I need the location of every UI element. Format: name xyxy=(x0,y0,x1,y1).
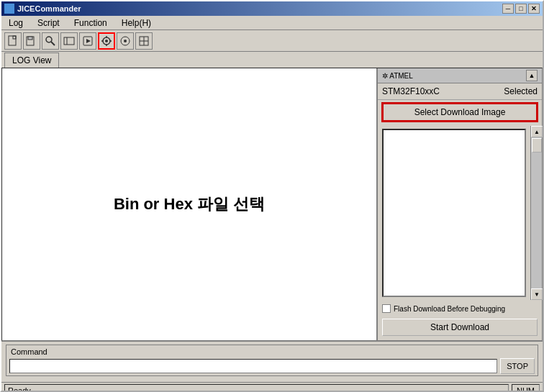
device-row: STM32F10xxC Selected xyxy=(378,83,542,100)
command-input[interactable] xyxy=(9,359,497,373)
svg-line-5 xyxy=(51,42,55,45)
tab-bar: LOG View xyxy=(1,52,543,68)
menu-help[interactable]: Help(H) xyxy=(117,17,155,29)
toolbar-btn-3[interactable] xyxy=(42,32,59,50)
status-bar: Ready NUM xyxy=(1,382,543,392)
flash-checkbox-row: Flash Download Before Debugging xyxy=(378,301,542,316)
command-group: Command STOP xyxy=(6,345,538,376)
minimize-button[interactable]: ─ xyxy=(502,4,514,14)
title-bar: JICECommander ─ □ ✕ xyxy=(1,1,543,16)
close-button[interactable]: ✕ xyxy=(528,4,540,14)
atmel-header-row: ✲ ATMEL ▲ xyxy=(378,68,542,83)
device-name: STM32F10xxC xyxy=(382,86,440,96)
toolbar-btn-active[interactable] xyxy=(98,32,115,50)
toolbar-btn-5[interactable] xyxy=(79,32,96,50)
svg-rect-0 xyxy=(9,36,16,45)
scroll-track xyxy=(531,137,542,288)
left-panel: Bin or Hex 파일 선택 xyxy=(2,68,376,340)
start-download-button[interactable]: Start Download xyxy=(382,319,538,336)
svg-rect-6 xyxy=(64,37,74,45)
selected-label: Selected xyxy=(504,86,538,96)
toolbar-btn-7[interactable] xyxy=(117,32,134,50)
bottom-area: Command STOP xyxy=(1,341,543,382)
panel-scroll-up[interactable]: ▲ xyxy=(526,70,538,81)
command-row: STOP xyxy=(9,358,535,374)
stop-button[interactable]: STOP xyxy=(500,358,535,374)
tab-log-view[interactable]: LOG View xyxy=(4,53,59,68)
toolbar-btn-new[interactable] xyxy=(4,32,22,50)
flash-checkbox-label: Flash Download Before Debugging xyxy=(394,305,505,313)
menu-log[interactable]: Log xyxy=(4,17,27,29)
svg-rect-3 xyxy=(28,37,32,40)
scroll-thumb[interactable] xyxy=(532,138,542,152)
menu-script[interactable]: Script xyxy=(33,17,64,29)
svg-marker-9 xyxy=(86,39,91,43)
vertical-scrollbar[interactable]: ▲ ▼ xyxy=(530,126,542,300)
window-title: JICECommander xyxy=(17,4,81,13)
scroll-up-button[interactable]: ▲ xyxy=(531,126,543,137)
svg-point-4 xyxy=(46,37,52,42)
toolbar-btn-4[interactable] xyxy=(60,32,78,50)
svg-point-11 xyxy=(105,40,108,42)
instruction-text: Bin or Hex 파일 선택 xyxy=(114,193,265,215)
toolbar-btn-8[interactable] xyxy=(135,32,153,50)
right-panel: ✲ ATMEL ▲ STM32F10xxC Selected Select Do… xyxy=(376,68,542,340)
app-icon xyxy=(4,4,14,14)
num-indicator: NUM xyxy=(512,384,540,393)
menu-bar: Log Script Function Help(H) xyxy=(1,16,543,30)
svg-rect-1 xyxy=(13,36,16,39)
scroll-down-button[interactable]: ▼ xyxy=(531,288,543,300)
toolbar-btn-2[interactable] xyxy=(23,32,40,50)
menu-function[interactable]: Function xyxy=(70,17,112,29)
atmel-label: ✲ ATMEL xyxy=(382,72,413,80)
svg-point-17 xyxy=(124,40,127,42)
command-label: Command xyxy=(9,347,49,356)
main-content: Bin or Hex 파일 선택 ✲ ATMEL ▲ STM32F10xxC S… xyxy=(1,68,543,341)
status-text: Ready xyxy=(4,384,509,393)
file-list-area[interactable] xyxy=(382,129,526,297)
select-download-image-button[interactable]: Select Download Image xyxy=(382,103,538,122)
toolbar xyxy=(1,30,543,52)
flash-checkbox[interactable] xyxy=(382,304,391,313)
file-area-row: ▲ ▼ xyxy=(378,126,542,300)
maximize-button[interactable]: □ xyxy=(515,4,527,14)
